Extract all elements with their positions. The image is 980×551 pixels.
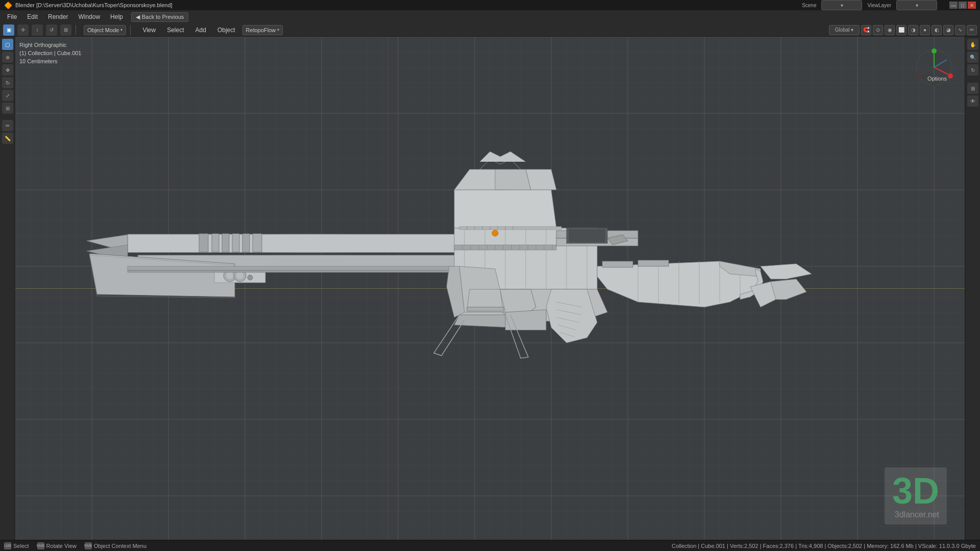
rotate-view-status: MMB Rotate View — [37, 542, 77, 549]
viewlayer-label: ViewLayer — [867, 3, 891, 8]
left-tool-panel: ▢ ⊕ ✥ ↻ ⤢ ⊞ ✏ 📏 — [0, 37, 15, 540]
cursor-icon[interactable]: ✛ — [17, 24, 29, 36]
menu-edit[interactable]: Edit — [23, 12, 42, 21]
scene-selector[interactable]: ▾ — [821, 0, 862, 10]
viewport-shading-icon[interactable]: ◑ — [908, 25, 918, 35]
right-pan-icon[interactable]: ✋ — [967, 39, 978, 50]
viewport-info-overlay: Right Orthographic (1) Collection | Cube… — [19, 41, 81, 65]
status-left: LMB Select MMB Rotate View RMB Object Co… — [4, 542, 146, 549]
cursor-tool-icon[interactable]: ⊕ — [2, 52, 13, 63]
menu-bar: File Edit Render Window Help ◀ Back to P… — [0, 10, 980, 23]
svg-rect-43 — [569, 230, 605, 242]
annotate-tool-icon[interactable]: ✏ — [2, 120, 13, 131]
menu-window[interactable]: Window — [74, 12, 104, 21]
lmb-icon: LMB — [4, 542, 11, 549]
watermark: 3D 3dlancer.net — [885, 467, 947, 524]
status-stats: Collection | Cube.001 | Verts:2,502 | Fa… — [672, 543, 976, 549]
options-button[interactable]: Options — [927, 76, 947, 82]
svg-rect-19 — [222, 234, 229, 252]
rotate-tool-icon[interactable]: ↻ — [2, 77, 13, 88]
retopoflow-arrow: ▾ — [277, 28, 279, 32]
shading-solid-icon[interactable]: ● — [920, 25, 930, 35]
toolbar-view[interactable]: View — [138, 26, 160, 35]
context-menu-label: Object Context Menu — [94, 543, 146, 549]
svg-point-11 — [932, 81, 937, 86]
select-tool-icon[interactable]: ▢ — [2, 39, 13, 50]
rotate-view-label: Rotate View — [46, 543, 77, 549]
view-type-label: Right Orthographic — [19, 41, 81, 49]
svg-point-28 — [248, 275, 253, 280]
object-mode-dropdown[interactable]: Object Mode ▾ — [84, 25, 126, 35]
window-controls: Scene ▾ ViewLayer ▾ — □ ✕ — [802, 0, 976, 10]
main-viewport[interactable]: Right Orthographic (1) Collection | Cube… — [15, 37, 965, 540]
select-box-icon[interactable]: ▣ — [3, 24, 14, 36]
collection-label: (1) Collection | Cube.001 — [19, 49, 81, 57]
header-icons-right: Global ▾ 🧲 ⊙ ◉ ⬜ ◑ ● ◐ ◕ ∿ ✏ — [829, 25, 977, 35]
proportional-icon[interactable]: ⊙ — [873, 25, 883, 35]
right-grid-icon[interactable]: ⊞ — [967, 83, 978, 94]
toolbar-select[interactable]: Select — [163, 26, 188, 35]
viewport-toolbar: ▣ ✛ ↕ ↺ ⊞ Object Mode ▾ View Select Add … — [0, 23, 980, 37]
svg-rect-17 — [199, 234, 208, 252]
back-label: Back to Previous — [142, 14, 184, 20]
statistics-icon[interactable]: ∿ — [955, 25, 965, 35]
menu-file[interactable]: File — [3, 12, 21, 21]
back-to-previous-button[interactable]: ◀ Back to Previous — [131, 12, 189, 22]
viewlayer-selector[interactable]: ▾ — [896, 0, 937, 10]
shading-rendered-icon[interactable]: ◕ — [943, 25, 953, 35]
retopoflow-dropdown[interactable]: RetopoFlow ▾ — [242, 25, 283, 35]
xray-icon[interactable]: ⬜ — [896, 25, 906, 35]
right-zoom-icon[interactable]: 🔍 — [967, 52, 978, 63]
overlay-icon[interactable]: ◉ — [885, 25, 895, 35]
rmb-icon: RMB — [85, 542, 92, 549]
snap-icon[interactable]: 🧲 — [861, 25, 871, 35]
minimize-button[interactable]: — — [949, 2, 958, 9]
mmb-icon: MMB — [37, 542, 44, 549]
shading-material-icon[interactable]: ◐ — [932, 25, 942, 35]
toolbar-object[interactable]: Object — [213, 26, 239, 35]
svg-rect-13 — [128, 234, 495, 253]
right-rotate-icon[interactable]: ↻ — [967, 64, 978, 76]
retopoflow-label: RetopoFlow — [246, 27, 276, 33]
scene-label: Scene — [802, 3, 816, 8]
global-space-btn[interactable]: Global ▾ — [829, 25, 860, 35]
svg-point-9 — [915, 73, 920, 79]
axis-indicator[interactable]: Y X — [914, 47, 954, 88]
svg-line-4 — [934, 67, 949, 75]
title-bar-left: 🔶 Blender [D:\Server\3D\Uchoba\KursToper… — [4, 2, 173, 9]
window-title: Blender [D:\Server\3D\Uchoba\KursToper\S… — [15, 2, 173, 8]
svg-rect-64 — [602, 261, 633, 267]
scale-icon[interactable]: ⊞ — [60, 24, 71, 36]
maximize-button[interactable]: □ — [959, 2, 967, 9]
move-tool-icon[interactable]: ✥ — [2, 64, 13, 76]
close-button[interactable]: ✕ — [968, 2, 976, 9]
menu-render[interactable]: Render — [44, 12, 72, 21]
svg-point-39 — [492, 230, 498, 236]
svg-rect-65 — [638, 260, 669, 266]
toolbar-add[interactable]: Add — [191, 26, 210, 35]
svg-line-8 — [919, 67, 934, 75]
blender-icon: 🔶 — [4, 2, 12, 9]
status-bar: LMB Select MMB Rotate View RMB Object Co… — [0, 540, 980, 551]
rotate-icon[interactable]: ↺ — [46, 24, 57, 36]
svg-rect-22 — [253, 234, 262, 252]
scale-label: 10 Centimeters — [19, 57, 81, 65]
svg-point-25 — [226, 271, 234, 280]
svg-rect-18 — [212, 234, 219, 252]
transform-tool-icon[interactable]: ⊞ — [2, 103, 13, 114]
svg-point-27 — [236, 271, 244, 280]
watermark-site-label: 3dlancer.net — [892, 510, 939, 519]
axis-svg: Y X — [914, 47, 954, 88]
svg-text:Y: Y — [933, 48, 936, 53]
annotations-icon[interactable]: ✏ — [967, 25, 977, 35]
right-view-icon[interactable]: 👁 — [967, 95, 978, 107]
measure-tool-icon[interactable]: 📏 — [2, 133, 13, 144]
scale-tool-icon[interactable]: ⤢ — [2, 90, 13, 101]
move-icon[interactable]: ↕ — [32, 24, 43, 36]
select-status: LMB Select — [4, 542, 29, 549]
svg-rect-66 — [454, 245, 556, 250]
title-bar: 🔶 Blender [D:\Server\3D\Uchoba\KursToper… — [0, 0, 980, 10]
select-label: Select — [13, 543, 29, 549]
menu-help[interactable]: Help — [106, 12, 127, 21]
right-tool-panel: ✋ 🔍 ↻ ⊞ 👁 — [965, 37, 980, 540]
